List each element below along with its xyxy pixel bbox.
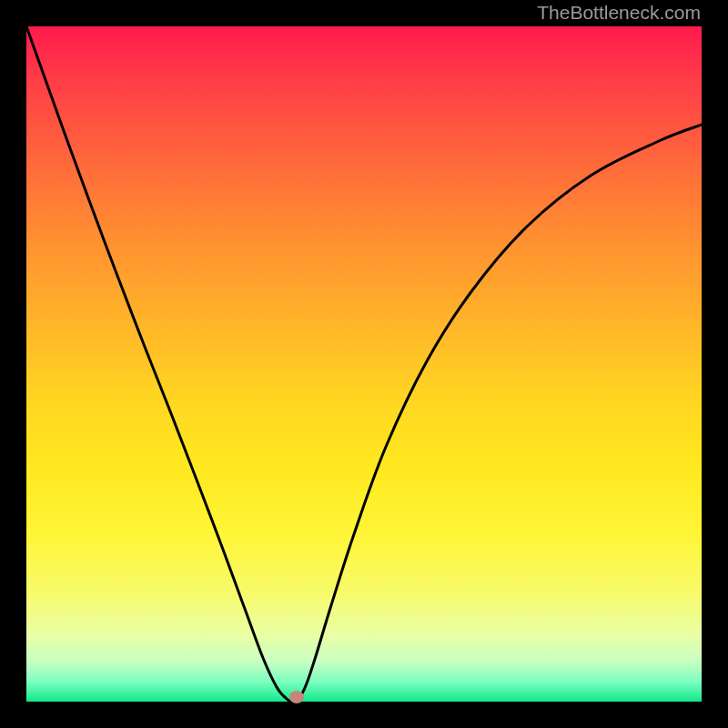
bottleneck-curve <box>26 26 702 702</box>
watermark-text: TheBottleneck.com <box>537 2 701 24</box>
optimum-marker <box>289 691 304 703</box>
chart-frame <box>0 0 728 728</box>
chart-plot-area <box>26 26 702 702</box>
